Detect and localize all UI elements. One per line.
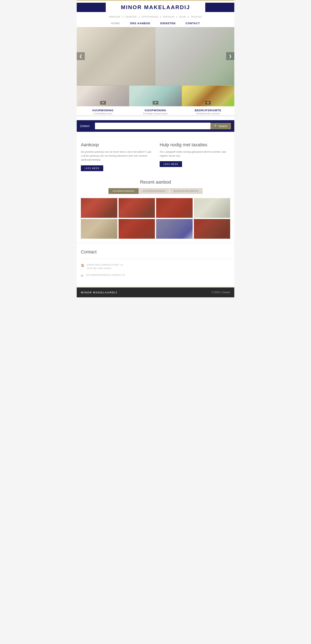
label-huurwoning[interactable]: HUURWONING Comfortabel huren — [77, 106, 129, 116]
photo-item-4[interactable] — [194, 198, 230, 218]
tabs: HUURWONINGEN KOOPWONINGEN BEDRIJFSRUIMTE… — [81, 188, 230, 194]
subnav-item: HUUR — [179, 16, 186, 18]
logo-left-bar — [77, 3, 106, 12]
thumb-arrow-1: ▼ — [100, 101, 106, 105]
tab-huurwoningen[interactable]: HUURWONINGEN — [108, 188, 139, 194]
footer-right: © 2025 | Contact — [211, 291, 230, 294]
photo-item-5[interactable] — [81, 219, 117, 239]
subnav-separator: ● — [188, 16, 190, 18]
photo-item-6[interactable] — [119, 219, 155, 239]
slider-inner — [77, 27, 234, 85]
subnav-item: VERKOOP — [125, 16, 137, 18]
taxaties-body: Als u aangeeft welke woning getaxeerd di… — [160, 150, 230, 158]
nav-home[interactable]: HOME — [111, 22, 120, 25]
nav-diensten[interactable]: DIENSTEN — [160, 22, 176, 25]
thumb-koopwoning[interactable]: ▼ — [129, 86, 182, 106]
hero-slider: ❮ ❯ — [77, 27, 234, 85]
photo-item-2[interactable] — [119, 198, 155, 218]
contact-email-item: ✉ INFO@MINORMAKELAARDIJ.NL — [81, 274, 230, 278]
recent-section: Recent aanbod HUURWONINGEN KOOPWONINGEN … — [77, 175, 234, 243]
taxaties-section: Hulp nodig met taxaties Als u aangeeft w… — [160, 142, 230, 171]
taxaties-lees-meer[interactable]: LEES MEER — [160, 161, 182, 167]
thumb-huurwoning[interactable]: ▼ — [77, 86, 129, 106]
nav-contact[interactable]: CONTACT — [186, 22, 200, 25]
taxaties-title: Hulp nodig met taxaties — [160, 142, 230, 148]
bedrijfsruimte-title: BEDRIJFSRUIMTE — [183, 109, 233, 112]
search-input[interactable] — [95, 123, 210, 129]
thumb-bedrijfsruimte[interactable]: ▼ — [182, 86, 234, 106]
subnav-separator: ● — [160, 16, 162, 18]
photo-grid — [81, 198, 230, 239]
aankoop-section: Aankoop De grootste aankoop van uw leven… — [81, 142, 151, 171]
subnav-item: TAXATIES — [191, 16, 202, 18]
search-button-label: Search — [219, 124, 227, 128]
main-nav: HOME ONS AANBOD DIENSTEN CONTACT — [77, 19, 234, 27]
aankoop-title: Aankoop — [81, 142, 151, 148]
property-thumbs: ▼ ▼ ▼ — [77, 85, 234, 106]
nav-ons-aanbod[interactable]: ONS AANBOD — [130, 22, 150, 25]
aankoop-lees-meer[interactable]: LEES MEER — [81, 165, 103, 171]
tab-bedrijfsruimten[interactable]: BEDRIJFSRUIMTEN — [170, 188, 202, 194]
label-koopwoning[interactable]: KOOPWONING Prachtige koopwoningen — [129, 106, 182, 116]
search-button[interactable]: 🔍 Search — [210, 123, 231, 129]
logo-right-bar — [205, 3, 234, 12]
footer-contact-link[interactable]: Contact — [222, 291, 230, 294]
bedrijfsruimte-subtitle: Bedrijfsruimten aanbod — [183, 112, 233, 115]
logo-area: MINOR MAKELAARDIJ — [77, 0, 234, 14]
thumb-arrow-2: ▼ — [153, 101, 158, 105]
hero-image-left — [77, 27, 156, 85]
two-col-section: Aankoop De grootste aankoop van uw leven… — [77, 136, 234, 175]
contact-email[interactable]: INFO@MINORMAKELAARDIJ.NL — [86, 274, 126, 276]
huurwoning-title: HUURWONING — [78, 109, 128, 112]
contact-address: 🏠 ANNA PAULOWNASTRAAT 14 2518 BE DEN HAA… — [81, 263, 230, 270]
subnav: AANKOOP ● VERKOOP ● HYPOTHEKEN ● VERHUUR… — [77, 14, 234, 19]
hero-image-right — [156, 27, 234, 85]
subnav-separator: ● — [122, 16, 125, 18]
header: MINOR MAKELAARDIJ AANKOOP ● VERKOOP ● HY… — [77, 0, 234, 27]
photo-item-7[interactable] — [156, 219, 193, 239]
subnav-separator: ● — [176, 16, 178, 18]
address-line1: ANNA PAULOWNASTRAAT 14 — [87, 263, 123, 267]
search-icon: 🔍 — [214, 124, 217, 128]
huurwoning-subtitle: Comfortabel huren — [78, 112, 128, 115]
site-title: MINOR MAKELAARDIJ — [106, 4, 205, 10]
contact-divider — [81, 259, 230, 259]
footer-logo: MINOR MAKELAARDIJ — [81, 291, 117, 294]
aankoop-body: De grootste aankoop van uw leven doet u … — [81, 150, 151, 162]
slider-next-arrow[interactable]: ❯ — [226, 52, 234, 60]
slider-prev-arrow[interactable]: ❮ — [77, 52, 85, 60]
footer-copyright: © 2025 — [211, 291, 220, 294]
subnav-item: AANKOOP — [109, 16, 120, 18]
koopwoning-title: KOOPWONING — [130, 109, 181, 112]
tab-koopwoningen[interactable]: KOOPWONINGEN — [139, 188, 169, 194]
subnav-item: HYPOTHEKEN — [142, 16, 158, 18]
email-icon: ✉ — [81, 274, 83, 278]
koopwoning-subtitle: Prachtige koopwoningen — [130, 112, 181, 115]
contact-address-text: ANNA PAULOWNASTRAAT 14 2518 BE DEN HAAG — [87, 263, 123, 270]
footer: MINOR MAKELAARDIJ © 2025 | Contact — [77, 288, 234, 297]
address-icon: 🏠 — [81, 264, 84, 267]
property-labels: HUURWONING Comfortabel huren KOOPWONING … — [77, 106, 234, 116]
contact-section: Contact 🏠 ANNA PAULOWNASTRAAT 14 2518 BE… — [77, 243, 234, 287]
label-bedrijfsruimte[interactable]: BEDRIJFSRUIMTE Bedrijfsruimten aanbod — [182, 106, 234, 116]
photo-item-8[interactable] — [194, 219, 230, 239]
subnav-item: VERHUUR — [163, 16, 174, 18]
search-bar: Zoeken 🔍 Search — [77, 120, 234, 132]
photo-item-3[interactable] — [156, 198, 193, 218]
thumb-arrow-3: ▼ — [205, 101, 211, 105]
address-line2: 2518 BE DEN HAAG — [87, 267, 123, 270]
subnav-separator: ● — [139, 16, 141, 18]
search-label: Zoeken — [80, 124, 93, 128]
recent-title: Recent aanbod — [81, 180, 230, 185]
contact-title: Contact — [81, 249, 230, 255]
photo-item-1[interactable] — [81, 198, 117, 218]
